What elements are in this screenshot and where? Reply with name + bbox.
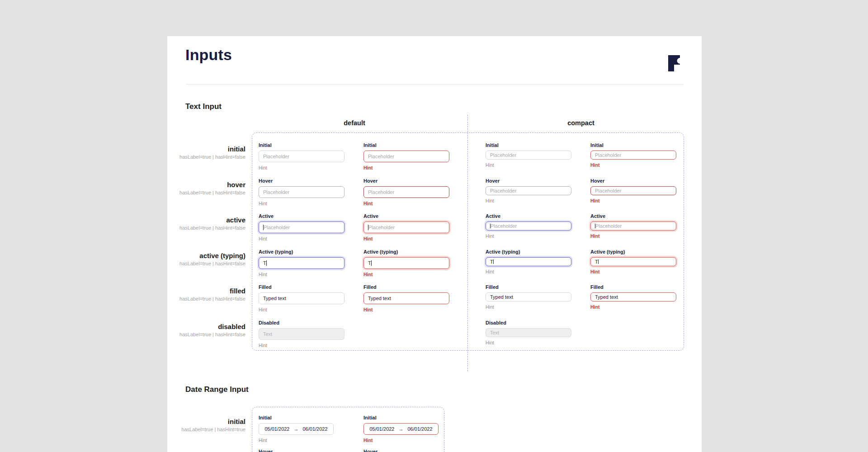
input-label: Initial xyxy=(486,142,571,148)
text-input[interactable]: Placeholder xyxy=(486,151,571,160)
date-range-input[interactable]: 05/01/2022→06/01/2022 xyxy=(363,423,439,435)
text-input-group: InitialPlaceholderHint xyxy=(590,142,676,168)
input-hint: Hint xyxy=(363,307,449,313)
text-input-group: DisabledTextHint xyxy=(259,320,344,348)
input-label: Active (typing) xyxy=(259,249,344,255)
input-value: Typed text xyxy=(595,294,618,300)
text-input[interactable]: T xyxy=(363,257,449,269)
input-label: Initial xyxy=(363,415,449,421)
text-input-group: Active (typing)THint xyxy=(363,249,449,278)
input-hint: Hint xyxy=(590,162,676,168)
date-range-input[interactable]: 05/01/2022→06/01/2022 xyxy=(259,423,334,435)
text-input[interactable]: Typed text xyxy=(259,292,344,304)
input-label: Hover xyxy=(486,178,571,184)
input-label: Hover xyxy=(590,178,676,184)
text-input-group: Active (typing)THint xyxy=(259,249,344,278)
text-input[interactable]: Placeholder xyxy=(259,186,344,198)
input-placeholder: Text xyxy=(263,331,272,337)
text-input[interactable]: T xyxy=(259,257,344,269)
input-caret xyxy=(266,260,267,266)
date-range-group: Hover05/01/2022→06/01/2022Hint xyxy=(259,449,344,452)
text-input-group: HoverPlaceholderHint xyxy=(363,178,449,207)
input-label: Initial xyxy=(259,415,344,421)
row-props: hasLabel=true | hasHint=false xyxy=(167,189,245,196)
row-state-name: disabled xyxy=(167,323,245,331)
text-input[interactable]: Placeholder xyxy=(590,151,676,160)
design-sheet: Inputs Text Input default compact Date R… xyxy=(167,36,702,452)
row-state-name: active (typing) xyxy=(167,252,245,260)
input-label: Active xyxy=(486,213,571,219)
input-value: Typed text xyxy=(368,296,391,301)
row-label: initialhasLabel=true | hasHint=false xyxy=(167,145,245,160)
text-input-group: ActivePlaceholderHint xyxy=(486,213,571,239)
header-divider xyxy=(185,84,684,85)
text-input-group: Active (typing)THint xyxy=(590,249,676,275)
input-hint: Hint xyxy=(259,236,344,242)
input-label: Hover xyxy=(259,178,344,184)
input-hint: Hint xyxy=(590,233,676,239)
input-hint: Hint xyxy=(363,165,449,171)
input-label: Disabled xyxy=(486,320,571,326)
input-hint: Hint xyxy=(590,269,676,275)
f-mark-logo-icon xyxy=(668,55,680,71)
text-input[interactable]: Text xyxy=(486,328,571,337)
text-input[interactable]: Placeholder xyxy=(486,186,571,195)
text-input[interactable]: Placeholder xyxy=(486,221,571,231)
input-placeholder: Placeholder xyxy=(595,152,621,158)
input-label: Filled xyxy=(363,284,449,290)
text-input-group: FilledTyped textHint xyxy=(590,284,676,310)
date-range-group: Initial05/01/2022→06/01/2022Hint xyxy=(259,415,344,443)
input-label: Filled xyxy=(590,284,676,290)
input-label: Hover xyxy=(363,449,449,452)
input-value: T xyxy=(368,260,371,266)
input-hint: Hint xyxy=(486,340,571,346)
row-props: hasLabel=true | hasHint=true xyxy=(167,426,245,433)
text-input[interactable]: Placeholder xyxy=(363,186,449,198)
input-hint: Hint xyxy=(259,272,344,278)
section-title-date-range: Date Range Input xyxy=(185,385,249,394)
text-input[interactable]: Placeholder xyxy=(590,186,676,195)
text-input[interactable]: T xyxy=(486,257,571,266)
input-label: Filled xyxy=(259,284,344,290)
text-input-group: HoverPlaceholderHint xyxy=(590,178,676,204)
input-value: T xyxy=(490,259,493,264)
input-hint: Hint xyxy=(486,162,571,168)
row-props: hasLabel=true | hasHint=false xyxy=(167,295,245,302)
text-input[interactable]: Placeholder xyxy=(259,221,344,233)
row-props: hasLabel=true | hasHint=false xyxy=(167,153,245,160)
text-input[interactable]: Text xyxy=(259,328,344,340)
row-props: hasLabel=true | hasHint=false xyxy=(167,224,245,231)
text-input-group: ActivePlaceholderHint xyxy=(363,213,449,242)
input-placeholder: Placeholder xyxy=(490,152,516,158)
input-caret xyxy=(371,260,372,266)
text-input-group: ActivePlaceholderHint xyxy=(259,213,344,242)
input-label: Initial xyxy=(259,142,344,148)
text-input[interactable]: Typed text xyxy=(363,292,449,304)
start-date: 05/01/2022 xyxy=(369,426,394,432)
input-caret xyxy=(598,259,599,264)
text-input[interactable]: T xyxy=(590,257,676,266)
input-label: Filled xyxy=(486,284,571,290)
input-label: Active xyxy=(259,213,344,219)
input-label: Active (typing) xyxy=(486,249,571,255)
text-input[interactable]: Placeholder xyxy=(363,221,449,233)
input-label: Active xyxy=(590,213,676,219)
input-hint: Hint xyxy=(486,233,571,239)
text-input[interactable]: Placeholder xyxy=(363,151,449,162)
input-hint: Hint xyxy=(486,198,571,204)
input-label: Active (typing) xyxy=(590,249,676,255)
end-date: 06/01/2022 xyxy=(303,426,328,432)
column-header-default: default xyxy=(344,119,365,127)
text-input-group: InitialPlaceholderHint xyxy=(259,142,344,171)
input-placeholder: Placeholder xyxy=(368,154,394,159)
text-input[interactable]: Placeholder xyxy=(590,221,676,231)
text-input[interactable]: Typed text xyxy=(486,292,571,301)
text-input[interactable]: Typed text xyxy=(590,292,676,301)
text-input-group: InitialPlaceholderHint xyxy=(486,142,571,168)
text-input-group: FilledTyped textHint xyxy=(363,284,449,313)
text-input[interactable]: Placeholder xyxy=(259,151,344,162)
column-separator xyxy=(467,115,468,371)
text-input-group: HoverPlaceholderHint xyxy=(486,178,571,204)
row-label: disabledhasLabel=true | hasHint=false xyxy=(167,323,245,338)
input-placeholder: Placeholder xyxy=(368,189,394,195)
